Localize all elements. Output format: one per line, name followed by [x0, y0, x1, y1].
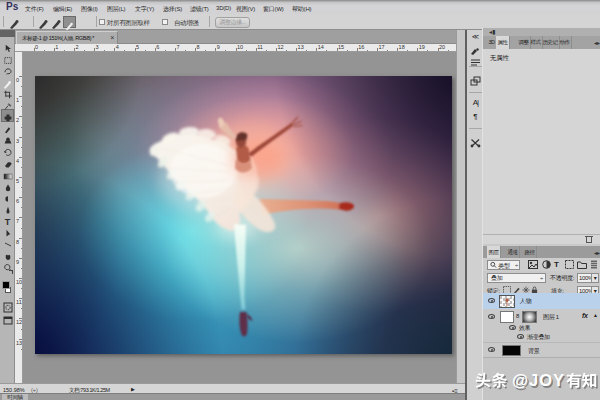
svg-text:@JOY: @JOY — [512, 371, 565, 389]
